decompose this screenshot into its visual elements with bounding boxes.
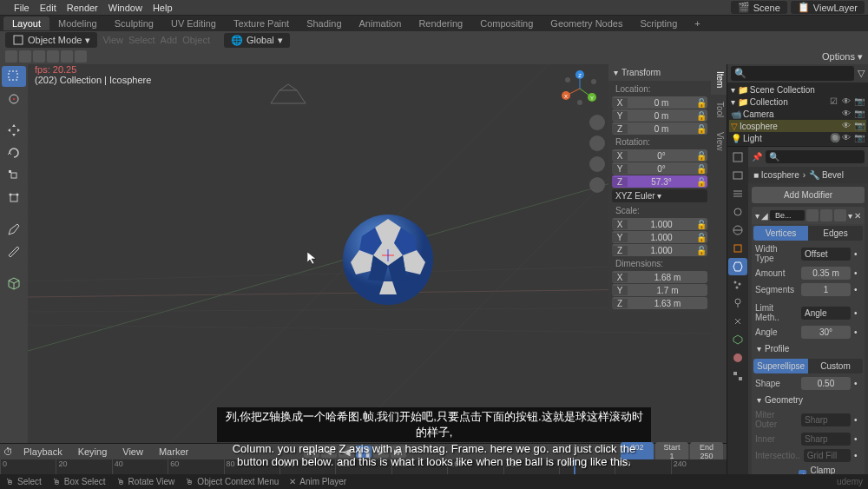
icon-button[interactable]	[5, 50, 17, 63]
menu-object[interactable]: Object	[182, 35, 210, 45]
lock-icon[interactable]: 🔓	[695, 177, 707, 187]
tab-tool[interactable]: Tool	[711, 95, 727, 124]
tree-light[interactable]: 💡 Light🔘👁📷	[729, 132, 866, 144]
options-dropdown[interactable]: Options ▾	[822, 51, 863, 63]
edit-icon[interactable]	[820, 209, 832, 221]
pan-icon[interactable]	[589, 135, 605, 151]
tool-move[interactable]	[2, 120, 26, 141]
tool-add-cube[interactable]	[2, 273, 26, 294]
menu-select[interactable]: Select	[128, 35, 155, 45]
icosphere-object[interactable]	[340, 212, 436, 307]
ptab-world[interactable]	[728, 221, 747, 239]
lock-icon[interactable]: 🔓	[695, 151, 707, 161]
miter-outer-field[interactable]: Sharp	[801, 413, 851, 426]
location-x[interactable]: X0 m🔓	[612, 96, 707, 109]
tree-icosphere[interactable]: ▽ Icosphere👁📷	[729, 120, 866, 132]
scale-y[interactable]: Y1.000🔓	[612, 231, 707, 243]
lock-icon[interactable]: 🔓	[695, 246, 707, 255]
lock-icon[interactable]: 🔓	[695, 124, 707, 134]
ptab-texture[interactable]	[728, 367, 747, 385]
menu-render[interactable]: Render	[67, 3, 98, 13]
dim-y[interactable]: Y1.7 m	[612, 284, 707, 296]
ptab-output[interactable]	[728, 167, 747, 184]
ptab-object[interactable]	[728, 240, 747, 257]
icon-button[interactable]	[19, 50, 31, 63]
render-icon[interactable]	[834, 209, 846, 221]
add-modifier-button[interactable]: Add Modifier	[752, 187, 865, 203]
modifier-name[interactable]: Be...	[770, 210, 805, 221]
menu-window[interactable]: Window	[108, 3, 142, 13]
rotation-x[interactable]: X0°🔓	[612, 149, 707, 162]
tab-modeling[interactable]: Modeling	[49, 17, 106, 30]
dim-x[interactable]: X1.68 m	[612, 271, 707, 283]
tab-geometry-nodes[interactable]: Geometry Nodes	[542, 17, 631, 30]
tool-scale[interactable]	[2, 165, 26, 186]
edges-toggle[interactable]: Edges	[808, 226, 863, 241]
tab-uv-editing[interactable]: UV Editing	[162, 17, 225, 30]
close-icon[interactable]: ✕	[854, 211, 861, 221]
ptab-render[interactable]	[728, 149, 747, 166]
vertices-toggle[interactable]: Vertices	[753, 226, 808, 241]
menu-file[interactable]: File	[14, 3, 30, 13]
filter-icon[interactable]: ▽	[858, 68, 865, 79]
tab-sculpting[interactable]: Sculpting	[106, 17, 162, 30]
dropdown-icon[interactable]: ▾	[848, 211, 852, 221]
ptab-modifiers[interactable]	[728, 258, 747, 275]
lock-icon[interactable]: 🔓	[695, 164, 707, 174]
icon-button[interactable]	[33, 50, 45, 63]
lock-icon[interactable]: 🔓	[695, 220, 707, 229]
display-icon[interactable]	[806, 209, 819, 221]
inner-field[interactable]: Sharp	[801, 433, 851, 446]
ptab-particles[interactable]	[728, 276, 747, 294]
tool-annotate[interactable]	[2, 219, 26, 240]
intersections-field[interactable]: Grid Fill	[804, 449, 851, 462]
tree-collection[interactable]: ▾ 📁 Collection☑👁📷	[729, 96, 866, 108]
tree-scene-collection[interactable]: ▾ 📁 Scene Collection	[729, 84, 866, 96]
ptab-physics[interactable]	[728, 294, 747, 312]
start-frame[interactable]: Start 1	[655, 442, 688, 461]
tab-item[interactable]: Item	[711, 64, 727, 95]
tool-transform[interactable]	[2, 188, 26, 208]
breadcrumb-seg[interactable]: 🔧 Bevel	[809, 170, 844, 180]
timeline-keying[interactable]: Keying	[73, 446, 113, 458]
scale-x[interactable]: X1.000🔓	[612, 218, 707, 230]
icon-button[interactable]	[75, 50, 87, 63]
geometry-section[interactable]: ▾Geometry	[752, 392, 865, 408]
tool-cursor[interactable]	[2, 89, 26, 109]
rotation-mode[interactable]: XYZ Euler ▾	[612, 189, 707, 202]
transform-header[interactable]: ▾Transform	[608, 64, 711, 81]
tool-rotate[interactable]	[2, 142, 26, 163]
menu-edit[interactable]: Edit	[40, 3, 56, 13]
tab-animation[interactable]: Animation	[351, 17, 411, 30]
angle-field[interactable]: 30°	[801, 326, 851, 339]
tab-compositing[interactable]: Compositing	[471, 17, 542, 30]
icon-button[interactable]	[61, 50, 73, 63]
viewlayer-selector[interactable]: 📋ViewLayer	[791, 1, 865, 14]
timeline-marker[interactable]: Marker	[154, 446, 194, 458]
orientation-selector[interactable]: 🌐Global▾	[224, 33, 290, 48]
menu-help[interactable]: Help	[153, 3, 173, 13]
tab-rendering[interactable]: Rendering	[410, 17, 471, 30]
lock-icon[interactable]: 🔓	[695, 233, 707, 242]
lock-icon[interactable]: 🔓	[695, 111, 707, 121]
ptab-viewlayer[interactable]	[728, 185, 747, 202]
properties-search[interactable]: 🔍	[766, 150, 865, 163]
segments-field[interactable]: 1	[801, 283, 851, 296]
modifier-header[interactable]: ▾ ◢ Be... ▾ ✕	[752, 207, 865, 224]
tab-layout[interactable]: Layout	[3, 17, 49, 30]
dim-z[interactable]: Z1.63 m	[612, 297, 707, 309]
width-type-field[interactable]: Offset	[801, 248, 851, 261]
timeline-view[interactable]: View	[117, 446, 148, 458]
breadcrumb-seg[interactable]: ■ Icosphere	[753, 170, 799, 180]
ptab-scene[interactable]	[728, 203, 747, 221]
mode-selector[interactable]: Object Mode▾	[5, 32, 97, 48]
tool-measure[interactable]	[2, 241, 26, 262]
camera-icon[interactable]	[589, 156, 605, 172]
pin-icon[interactable]: 📌	[752, 152, 762, 162]
zoom-icon[interactable]	[589, 115, 605, 130]
tab-add[interactable]: +	[686, 17, 708, 30]
timeline-playback[interactable]: Playback	[18, 446, 68, 458]
tab-view[interactable]: View	[711, 125, 727, 158]
perspective-icon[interactable]	[589, 177, 605, 193]
timeline-editor-icon[interactable]: ⏱	[3, 446, 13, 457]
